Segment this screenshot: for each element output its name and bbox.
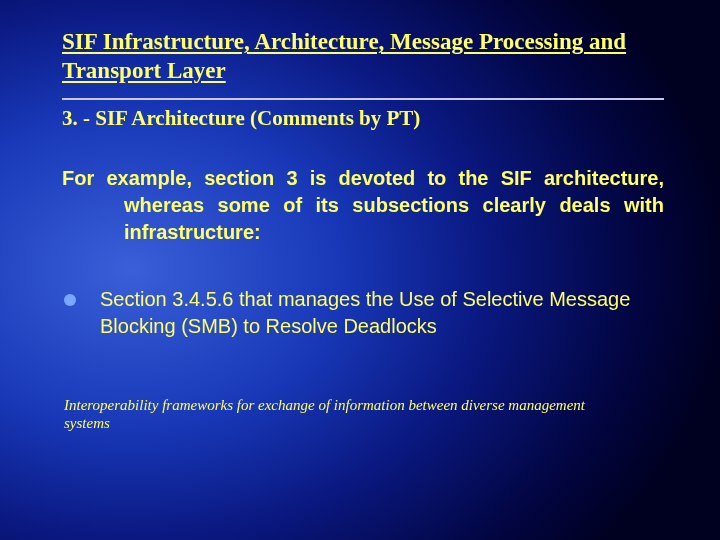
body-paragraph: For example, section 3 is devoted to the… xyxy=(62,165,664,246)
slide: SIF Infrastructure, Architecture, Messag… xyxy=(0,0,720,433)
bullet-icon xyxy=(64,294,76,306)
bullet-text: Section 3.4.5.6 that manages the Use of … xyxy=(100,286,664,340)
slide-subtitle: 3. - SIF Architecture (Comments by PT) xyxy=(62,106,664,131)
slide-title: SIF Infrastructure, Architecture, Messag… xyxy=(62,28,664,86)
title-divider xyxy=(62,98,664,100)
footer-text: Interoperability frameworks for exchange… xyxy=(62,396,622,434)
bullet-item: Section 3.4.5.6 that manages the Use of … xyxy=(62,286,664,340)
